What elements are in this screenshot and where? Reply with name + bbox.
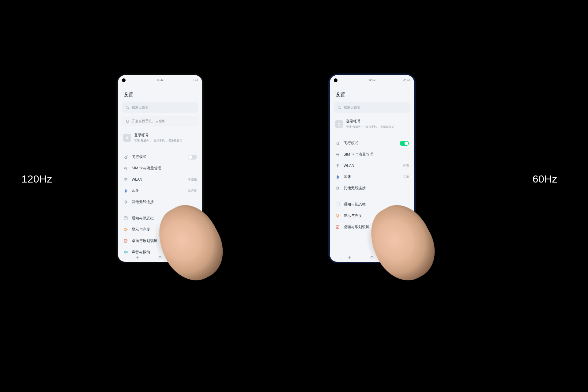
svg-point-2	[126, 106, 128, 108]
wifi-icon	[123, 177, 128, 182]
wlan-value: 未连接	[188, 177, 197, 182]
svg-point-5	[125, 201, 126, 203]
svg-point-7	[125, 229, 126, 231]
search-input[interactable]: 搜索设置项	[334, 102, 410, 113]
svg-rect-11	[410, 80, 410, 80]
homescreen-icon	[335, 225, 340, 230]
phone-left: 21:42 设置 搜索设置项 开启查找手机、云服务	[116, 74, 204, 263]
airplane-mode-row[interactable]: 飞行模式	[334, 138, 410, 149]
homescreen-icon	[123, 239, 128, 243]
account-title: 登录帐号	[346, 119, 394, 124]
status-bar: 21:42	[118, 77, 202, 83]
brightness-icon	[335, 213, 340, 218]
sim-label: SIM 卡与流量管理	[344, 152, 373, 157]
bell-icon	[126, 119, 129, 123]
search-input[interactable]: 搜索设置项	[122, 102, 198, 113]
wlan-row[interactable]: WLAN 未连接	[122, 174, 198, 185]
cloud-service-banner[interactable]: 开启查找手机、云服务	[122, 116, 198, 126]
search-icon	[126, 106, 129, 109]
display-group: 通知与状态栏 显示与亮度 桌面与乐划锁屏 声音与振动	[122, 213, 198, 255]
account-subtitle: 管理"云服务"、"查找手机"、登录设备等	[346, 125, 394, 129]
battery-icon	[195, 78, 198, 81]
svg-point-4	[125, 181, 126, 181]
other-wireless-row[interactable]: 其他无线连接	[122, 196, 198, 208]
bluetooth-label: 蓝牙	[344, 174, 351, 179]
bluetooth-icon	[123, 188, 128, 193]
bluetooth-value: 关闭	[403, 175, 409, 179]
android-nav-bar	[118, 254, 202, 261]
avatar	[123, 134, 131, 142]
homescreen-row[interactable]: 桌面与乐划锁屏	[334, 221, 410, 233]
other-wireless-row[interactable]: 其他无线连接	[334, 183, 410, 194]
notifications-row[interactable]: 通知与状态栏	[122, 213, 198, 224]
airplane-status-icon	[403, 78, 406, 81]
settings-screen[interactable]: 设置 搜索设置项 登录帐号 管理"云服务"、"查找手机"、登录设备等	[330, 85, 414, 255]
wlan-value: 关闭	[403, 164, 409, 168]
nav-back-icon[interactable]	[180, 255, 184, 260]
bluetooth-label: 蓝牙	[132, 188, 139, 193]
search-placeholder: 搜索设置项	[344, 105, 360, 110]
sound-row[interactable]: 声音与振动	[122, 247, 198, 255]
account-row[interactable]: 登录帐号 管理"云服务"、"查找手机"、登录设备等	[334, 116, 410, 133]
notifications-row[interactable]: 通知与状态栏	[334, 199, 410, 210]
airplane-toggle[interactable]	[188, 155, 197, 160]
phone-right: 22:12 设置 搜索设置项 登录帐号	[328, 74, 416, 263]
display-group: 通知与状态栏 显示与亮度 桌面与乐划锁屏	[334, 199, 410, 233]
svg-rect-10	[407, 79, 410, 81]
account-row[interactable]: 登录帐号 管理"云服务"、"查找手机"、登录设备等	[122, 130, 198, 146]
other-wireless-label: 其他无线连接	[344, 186, 366, 191]
signal-icon	[191, 78, 194, 81]
sim-label: SIM 卡与流量管理	[132, 166, 161, 171]
nav-home-icon[interactable]	[370, 255, 374, 260]
clock: 21:42	[156, 78, 164, 81]
bluetooth-row[interactable]: 蓝牙 未连接	[122, 185, 198, 196]
link-icon	[123, 200, 128, 205]
svg-point-17	[337, 215, 338, 217]
sim-row[interactable]: SIM 卡与流量管理	[122, 163, 198, 174]
display-row[interactable]: 显示与亮度	[122, 224, 198, 235]
homescreen-row[interactable]: 桌面与乐划锁屏	[122, 235, 198, 247]
sim-icon	[335, 152, 340, 157]
svg-point-3	[126, 136, 128, 138]
nav-back-icon[interactable]	[392, 255, 396, 260]
notifications-label: 通知与状态栏	[344, 202, 366, 207]
settings-screen[interactable]: 设置 搜索设置项 开启查找手机、云服务 登录帐号 管理"云服务"、"查找手机"、	[118, 85, 202, 255]
homescreen-label: 桌面与乐划锁屏	[344, 224, 369, 230]
display-label: 显示与亮度	[132, 227, 150, 232]
notifications-label: 通知与状态栏	[132, 216, 154, 221]
svg-rect-18	[336, 226, 339, 228]
airplane-icon	[335, 141, 340, 146]
sim-row[interactable]: SIM 卡与流量管理	[334, 149, 410, 160]
svg-point-12	[338, 106, 340, 108]
notification-bar-icon	[335, 202, 340, 207]
android-nav-bar	[330, 254, 414, 261]
svg-point-9	[159, 256, 161, 259]
page-title: 设置	[335, 91, 409, 98]
display-label: 显示与亮度	[344, 213, 362, 218]
avatar	[335, 120, 343, 128]
display-row[interactable]: 显示与亮度	[334, 210, 410, 221]
airplane-toggle[interactable]	[400, 141, 409, 146]
sim-icon	[123, 166, 128, 171]
wlan-label: WLAN	[344, 164, 354, 168]
connectivity-group: 飞行模式 SIM 卡与流量管理 WLAN 关闭 蓝牙	[334, 138, 410, 194]
wlan-row[interactable]: WLAN 关闭	[334, 160, 410, 171]
bluetooth-row[interactable]: 蓝牙 关闭	[334, 171, 410, 183]
nav-recents-icon[interactable]	[348, 255, 352, 260]
nav-recents-icon[interactable]	[136, 255, 140, 260]
svg-point-19	[371, 256, 373, 259]
airplane-mode-row[interactable]: 飞行模式	[122, 151, 198, 163]
page-title: 设置	[123, 91, 197, 98]
homescreen-label: 桌面与乐划锁屏	[132, 238, 157, 243]
brightness-icon	[123, 227, 128, 232]
wifi-icon	[335, 163, 340, 168]
svg-point-13	[338, 123, 340, 124]
link-icon	[335, 186, 340, 191]
search-icon	[337, 106, 341, 109]
search-placeholder: 搜索设置项	[132, 105, 149, 110]
clock: 22:12	[368, 78, 375, 81]
airplane-icon	[123, 155, 128, 160]
nav-home-icon[interactable]	[158, 255, 162, 260]
refresh-rate-label-left: 120Hz	[21, 173, 52, 185]
status-bar: 22:12	[330, 77, 414, 83]
